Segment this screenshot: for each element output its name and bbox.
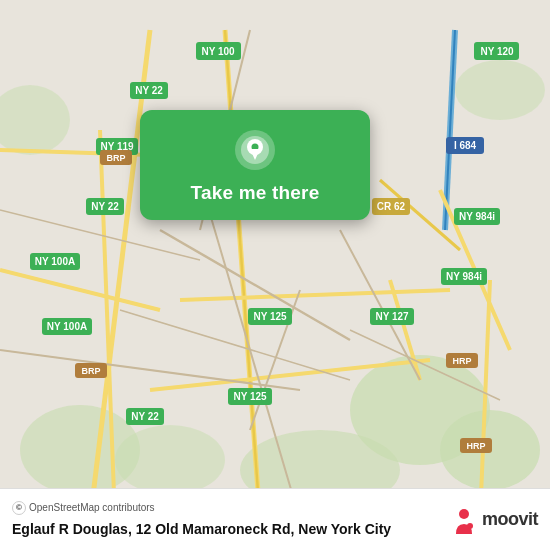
svg-text:NY 125: NY 125: [233, 391, 267, 402]
svg-point-74: [459, 509, 469, 519]
bottom-bar: © OpenStreetMap contributors Eglauf R Do…: [0, 488, 550, 550]
svg-text:HRP: HRP: [466, 441, 485, 451]
svg-point-7: [455, 60, 545, 120]
svg-text:NY 100: NY 100: [201, 46, 235, 57]
svg-text:HRP: HRP: [452, 356, 471, 366]
osm-circle-icon: ©: [12, 501, 26, 515]
svg-text:NY 100A: NY 100A: [47, 321, 87, 332]
bottom-bar-info: © OpenStreetMap contributors Eglauf R Do…: [12, 501, 440, 538]
osm-text: OpenStreetMap contributors: [29, 502, 155, 513]
svg-text:NY 22: NY 22: [91, 201, 119, 212]
location-card: Take me there: [140, 110, 370, 220]
svg-point-75: [467, 523, 473, 529]
svg-text:NY 127: NY 127: [375, 311, 409, 322]
svg-text:NY 984i: NY 984i: [446, 271, 482, 282]
svg-text:NY 125: NY 125: [253, 311, 287, 322]
take-me-there-button[interactable]: Take me there: [191, 182, 320, 204]
map-container: NY 100 NY 22 NY 119 NY 120 I 684 CR 62 N…: [0, 0, 550, 550]
svg-text:NY 22: NY 22: [135, 85, 163, 96]
svg-text:NY 22: NY 22: [131, 411, 159, 422]
svg-text:BRP: BRP: [106, 153, 125, 163]
moovit-label: moovit: [482, 509, 538, 530]
svg-text:NY 120: NY 120: [480, 46, 514, 57]
moovit-logo: moovit: [450, 506, 538, 534]
svg-text:BRP: BRP: [81, 366, 100, 376]
svg-point-6: [115, 425, 225, 495]
svg-text:NY 100A: NY 100A: [35, 256, 75, 267]
moovit-icon: [450, 506, 478, 534]
svg-text:I 684: I 684: [454, 140, 477, 151]
map-pin-icon: [233, 128, 277, 172]
osm-attribution: © OpenStreetMap contributors: [12, 501, 440, 515]
svg-text:NY 984i: NY 984i: [459, 211, 495, 222]
map-roads-svg: NY 100 NY 22 NY 119 NY 120 I 684 CR 62 N…: [0, 0, 550, 550]
svg-text:CR 62: CR 62: [377, 201, 406, 212]
location-name: Eglauf R Douglas, 12 Old Mamaroneck Rd, …: [12, 520, 440, 538]
